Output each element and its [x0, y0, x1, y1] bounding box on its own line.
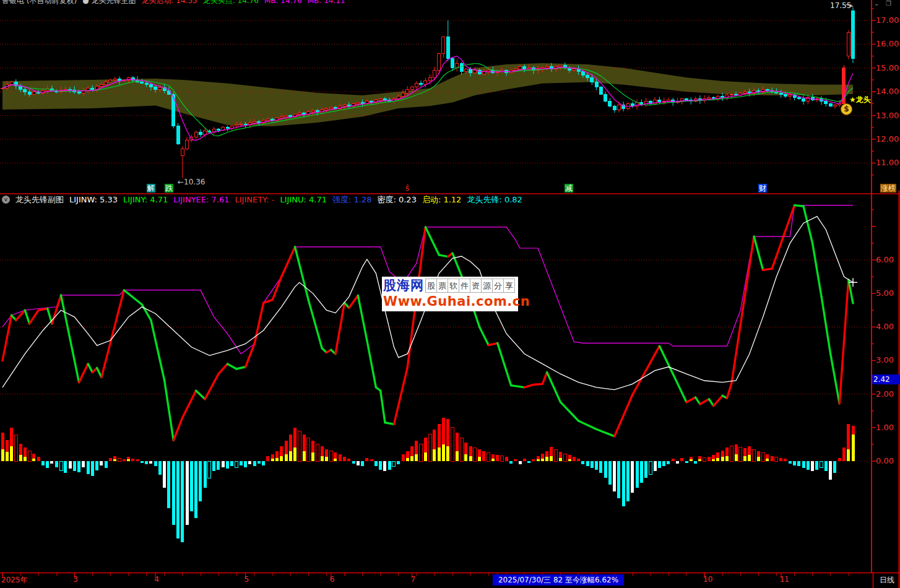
- sub-y-axis-label: 4.00: [876, 322, 894, 331]
- event-badge-5[interactable]: 涨榜: [880, 184, 896, 192]
- sub-y-axis-label: 6.00: [876, 255, 894, 264]
- watermark-tagline-char: 资: [470, 279, 482, 293]
- high-price-callout: 17.55: [830, 1, 851, 10]
- period-selector[interactable]: 日线: [880, 575, 894, 586]
- indicator-value-6: 密度: 0.23: [377, 194, 416, 205]
- month-label-10[interactable]: 10: [703, 575, 712, 584]
- main-y-axis-label: 11.00: [876, 158, 899, 167]
- money-bag-icon: $: [841, 103, 852, 115]
- watermark-tagline-char: 软: [448, 279, 459, 293]
- watermark-tagline-char: 源: [481, 279, 493, 293]
- indicator-lines: [2, 205, 857, 441]
- event-badge-2[interactable]: ŝ: [405, 184, 410, 192]
- sub-y-axis-label: 1.00: [876, 423, 894, 432]
- trading-app-window: 鲁银电 (不自动前复权)● 龙头先锋主图龙头启动: 14.55龙头买点: 14.…: [0, 0, 900, 588]
- watermark-tagline-char: 股: [425, 279, 437, 293]
- watermark-tagline-char: 享: [503, 279, 515, 293]
- month-label-5[interactable]: 5: [244, 575, 249, 584]
- month-label-6[interactable]: 6: [330, 575, 335, 584]
- indicator-value-2: LIJINYEE: 7.61: [173, 195, 229, 204]
- watermark-tagline-char: 分: [492, 279, 504, 293]
- header-token-0: 鲁银电 (不自动前复权): [2, 0, 77, 7]
- watermark: 股海网 股票软件资源分享 Www.Guhai.com.cn: [382, 277, 518, 311]
- last-value-flag: 2.42: [872, 374, 900, 384]
- indicator-value-4: LIJINU: 4.71: [280, 195, 327, 204]
- sub-y-axis-label: 3.00: [876, 355, 894, 365]
- restore-icon[interactable]: ❐: [886, 0, 891, 7]
- collapse-icon[interactable]: ⌄: [874, 0, 879, 7]
- watermark-tagline: 股票软件资源分享: [426, 279, 515, 293]
- header-token-2: 龙头启动: 14.55: [141, 0, 197, 7]
- indicator-value-0: LIJINW: 5.33: [69, 195, 118, 204]
- event-badge-0[interactable]: 解: [147, 184, 155, 192]
- indicator-title: 龙头先锋副图: [15, 194, 64, 205]
- main-y-axis-label: 15.00: [876, 63, 899, 72]
- header-token-4: MB: 14.76: [264, 0, 302, 7]
- indicator-value-8: 龙头先锋: 0.82: [467, 194, 522, 205]
- watermark-url: Www.Guhai.com.cn: [383, 293, 517, 309]
- header-token-1: ● 龙头先锋主图: [82, 0, 136, 7]
- indicator-header: v 龙头先锋副图 LIJINW: 5.33LIJINY: 4.71LIJINYE…: [2, 194, 522, 205]
- event-badge-4[interactable]: 财: [758, 184, 767, 192]
- date-status-box[interactable]: 2025/07/30/三 82 至今涨幅6.62%: [493, 574, 624, 586]
- indicator-value-3: LIJINETY: -: [235, 195, 274, 204]
- envelope-band: [2, 63, 853, 126]
- dragon-head-signal-label: ★龙头: [849, 95, 871, 105]
- indicator-histogram: [1, 418, 855, 543]
- main-y-axis-label: 17.00: [876, 15, 899, 25]
- main-y-axis-label: 13.00: [876, 111, 899, 120]
- header-token-3: 龙头买点: 14.76: [203, 0, 259, 7]
- main-chart-header: 鲁银电 (不自动前复权)● 龙头先锋主图龙头启动: 14.55龙头买点: 14.…: [2, 0, 345, 7]
- watermark-tagline-char: 票: [436, 279, 448, 293]
- indicator-toggle-icon[interactable]: v: [2, 196, 10, 204]
- sub-y-axis-label: 2.00: [876, 389, 894, 399]
- indicator-value-1: LIJINY: 4.71: [123, 195, 168, 204]
- month-label-11[interactable]: 11: [780, 575, 789, 584]
- main-y-axis-label: 16.00: [876, 39, 899, 48]
- header-token-5: MB: 14.11: [308, 0, 345, 7]
- month-label-3[interactable]: 3: [73, 575, 78, 584]
- month-label-7[interactable]: 7: [411, 575, 416, 584]
- sub-y-axis-label: 0.00: [876, 456, 894, 465]
- main-y-axis-label: 12.00: [876, 134, 899, 144]
- watermark-tagline-char: 件: [459, 279, 470, 293]
- sub-y-axis-label: 5.00: [876, 288, 894, 298]
- low-price-callout: ←10.36: [178, 178, 205, 186]
- event-badge-3[interactable]: 减: [565, 184, 573, 192]
- event-badge-1[interactable]: 跌: [165, 184, 173, 192]
- main-y-axis-label: 14.00: [876, 87, 899, 96]
- watermark-site-name: 股海网: [383, 277, 424, 294]
- indicator-value-7: 启动: 1.12: [422, 194, 461, 205]
- month-label-2025年[interactable]: 2025年: [1, 575, 28, 586]
- indicator-value-5: 强度: 1.28: [332, 194, 371, 205]
- month-label-4[interactable]: 4: [154, 575, 159, 584]
